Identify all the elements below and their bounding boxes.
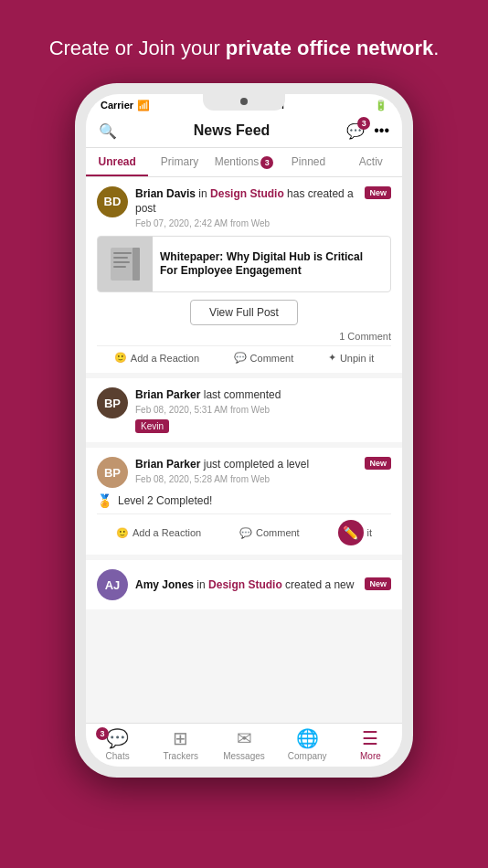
- nav-trackers[interactable]: ⊞ Trackers: [149, 727, 212, 761]
- company-icon: 🌐: [296, 727, 319, 749]
- post1-meta: Brian Davis in Design Studio has created…: [135, 186, 391, 229]
- level1-action-bar: 🙂 Add a Reaction 💬 Comment ✏️ it: [97, 513, 391, 545]
- avatar-brian-parker-comment: BP: [97, 387, 128, 418]
- edit-fab: ✏️: [338, 520, 364, 545]
- nav-messages[interactable]: ✉ Messages: [212, 727, 275, 761]
- view-full-post-button[interactable]: View Full Post: [190, 300, 298, 325]
- chats-badge: 3: [96, 727, 109, 740]
- tabs-bar: Unread Primary Mentions3 Pinned Activ: [86, 148, 402, 177]
- post1-author: Brian Davis in Design Studio has created…: [135, 186, 365, 217]
- comment1-text: Brian Parker last commented: [135, 387, 391, 403]
- trophy-icon: 🏅: [97, 493, 112, 508]
- level-text: Level 2 Completed!: [118, 494, 212, 507]
- header-title: News Feed: [194, 122, 271, 139]
- level-reaction-icon: 🙂: [116, 527, 129, 539]
- nav-more[interactable]: ☰ More: [339, 727, 402, 761]
- unpin-button[interactable]: ✦ Unpin it: [328, 352, 374, 364]
- bottom-nav: 💬 3 Chats ⊞ Trackers ✉ Messages 🌐 Compan…: [86, 723, 402, 767]
- amy-author: Amy Jones in Design Studio created a new: [135, 577, 354, 593]
- more-icon: •••: [374, 122, 389, 139]
- battery-icon: 🔋: [375, 100, 387, 111]
- header-icons: 💬 3 •••: [346, 122, 389, 140]
- chat-button[interactable]: 💬 3: [346, 122, 365, 140]
- tab-pinned[interactable]: Pinned: [277, 148, 339, 176]
- level1-new-badge: New: [365, 457, 391, 470]
- messages-label: Messages: [223, 751, 265, 761]
- level-reaction-button[interactable]: 🙂 Add a Reaction: [116, 520, 201, 545]
- phone-screen: Carrier 📶 12:29 PM 🔋 🔍 News Feed 💬 3 •••: [86, 94, 402, 767]
- level-comment-icon: 💬: [239, 527, 252, 539]
- feed-item-comment1: BP Brian Parker last commented Feb 08, 2…: [86, 378, 402, 442]
- kevin-tag: Kevin: [135, 419, 169, 433]
- level1-time: Feb 08, 2020, 5:28 AM from Web: [135, 474, 391, 484]
- level-comment-button[interactable]: 💬 Comment: [239, 520, 300, 545]
- tab-primary[interactable]: Primary: [148, 148, 210, 176]
- post1-time: Feb 07, 2020, 2:42 AM from Web: [135, 218, 391, 228]
- messages-icon: ✉: [237, 727, 252, 749]
- post1-header: BD Brian Davis in Design Studio has crea…: [97, 186, 391, 229]
- search-icon: 🔍: [99, 122, 117, 140]
- add-reaction-button[interactable]: 🙂 Add a Reaction: [114, 352, 199, 364]
- svg-rect-4: [113, 266, 126, 268]
- status-left: Carrier 📶: [101, 100, 150, 111]
- level1-meta: Brian Parker just completed a level New …: [135, 457, 391, 484]
- trackers-icon: ⊞: [173, 727, 188, 749]
- comment1-header: BP Brian Parker last commented Feb 08, 2…: [97, 387, 391, 433]
- level-completed: 🏅 Level 2 Completed!: [97, 493, 391, 508]
- feed-item-level1: BP Brian Parker just completed a level N…: [86, 448, 402, 555]
- post1-preview[interactable]: Whitepaper: Why Digital Hub is Critical …: [97, 236, 391, 292]
- nav-company[interactable]: 🌐 Company: [276, 727, 339, 761]
- chats-icon: 💬: [106, 728, 129, 748]
- more-button[interactable]: •••: [374, 122, 389, 139]
- comment1-meta: Brian Parker last commented Feb 08, 2020…: [135, 387, 391, 433]
- post1-title: Whitepaper: Why Digital Hub is Critical …: [153, 243, 390, 286]
- carrier-label: Carrier: [101, 100, 133, 111]
- post1-thumbnail: [98, 237, 153, 291]
- level-it-button[interactable]: ✏️ it: [338, 520, 373, 545]
- post1-comment-count: 1 Comment: [97, 331, 391, 342]
- phone-frame: Carrier 📶 12:29 PM 🔋 🔍 News Feed 💬 3 •••: [75, 83, 413, 778]
- comment1-time: Feb 08, 2020, 5:31 AM from Web: [135, 405, 391, 415]
- svg-rect-2: [113, 257, 128, 259]
- wifi-icon: 📶: [137, 100, 150, 111]
- comment-icon: 💬: [234, 352, 247, 364]
- comment-button[interactable]: 💬 Comment: [234, 352, 294, 364]
- level1-meta-row: Brian Parker just completed a level New: [135, 457, 391, 472]
- level1-author: Brian Parker just completed a level: [135, 457, 309, 472]
- chat-badge: 3: [357, 117, 370, 130]
- feed-item-post1: BD Brian Davis in Design Studio has crea…: [86, 177, 402, 374]
- reaction-icon: 🙂: [114, 352, 127, 364]
- svg-rect-3: [113, 261, 130, 263]
- post1-new-badge: New: [365, 186, 391, 199]
- search-button[interactable]: 🔍: [99, 122, 117, 140]
- chats-label: Chats: [106, 751, 130, 761]
- post1-meta-row: Brian Davis in Design Studio has created…: [135, 186, 391, 217]
- more-nav-icon: ☰: [362, 727, 378, 749]
- svg-rect-1: [113, 252, 132, 254]
- avatar-brian-davis: BD: [97, 186, 128, 217]
- pin-icon: ✦: [328, 352, 336, 364]
- post1-action-bar: 🙂 Add a Reaction 💬 Comment ✦ Unpin it: [97, 345, 391, 364]
- news-feed: BD Brian Davis in Design Studio has crea…: [86, 177, 402, 723]
- company-label: Company: [288, 751, 327, 761]
- tab-unread[interactable]: Unread: [86, 148, 148, 176]
- hero-text: Create or Join your private office netwo…: [13, 35, 476, 63]
- avatar-brian-parker-level: BP: [97, 457, 128, 488]
- more-label: More: [360, 751, 381, 761]
- feed-item-amy: AJ Amy Jones in Design Studio created a …: [86, 560, 402, 609]
- mentions-badge: 3: [260, 156, 273, 169]
- app-header: 🔍 News Feed 💬 3 •••: [86, 115, 402, 148]
- amy-new-badge: New: [365, 577, 391, 590]
- svg-rect-5: [133, 248, 140, 281]
- amy-meta-row: Amy Jones in Design Studio created a new…: [135, 577, 391, 593]
- status-right: 🔋: [375, 100, 387, 111]
- avatar-amy-jones: AJ: [97, 569, 128, 600]
- amy-meta: Amy Jones in Design Studio created a new…: [135, 577, 391, 593]
- nav-chats[interactable]: 💬 3 Chats: [86, 727, 149, 761]
- tab-activity[interactable]: Activ: [340, 148, 402, 176]
- camera: [240, 98, 248, 105]
- level1-header: BP Brian Parker just completed a level N…: [97, 457, 391, 488]
- tab-mentions[interactable]: Mentions3: [211, 148, 278, 176]
- trackers-label: Trackers: [164, 751, 199, 761]
